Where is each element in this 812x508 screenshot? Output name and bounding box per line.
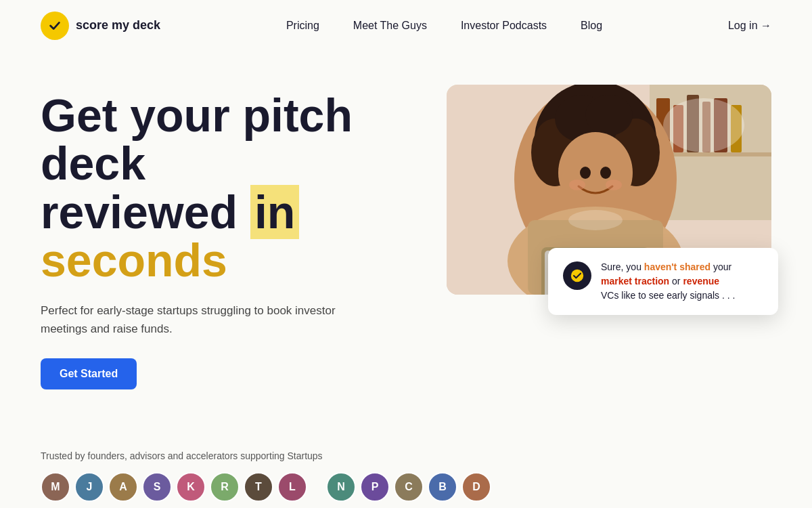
hero-content: Get your pitch deck reviewed in seconds … — [41, 91, 420, 389]
avatar-12: B — [428, 472, 457, 502]
nav-pricing[interactable]: Pricing — [286, 20, 319, 31]
svg-point-16 — [558, 132, 633, 213]
get-started-button[interactable]: Get Started — [41, 358, 137, 389]
svg-point-26 — [571, 270, 583, 282]
avatars-row: M J A S K R T L N P C B D — [41, 472, 771, 502]
highlight-in: in — [250, 185, 299, 239]
svg-point-9 — [663, 98, 744, 152]
avatar-8: L — [277, 472, 307, 502]
avatar-5: K — [176, 472, 206, 502]
avatar-9: N — [326, 472, 356, 502]
hero-title: Get your pitch deck reviewed in seconds — [41, 91, 420, 285]
avatar-10: P — [360, 472, 390, 502]
nav-investor-podcasts[interactable]: Investor Podcasts — [461, 20, 547, 31]
feedback-card: Sure, you haven't shared your market tra… — [548, 248, 778, 315]
hero-subtitle: Perfect for early-stage startups struggl… — [41, 301, 379, 338]
avatar-3: A — [108, 472, 138, 502]
svg-point-25 — [568, 210, 623, 230]
logo-link[interactable]: score my deck — [41, 12, 160, 40]
avatar-4: S — [142, 472, 172, 502]
avatar-7: T — [244, 472, 273, 502]
avatar-13: D — [461, 472, 491, 502]
svg-point-20 — [606, 179, 622, 190]
svg-point-19 — [569, 179, 585, 190]
trusted-text: Trusted by founders, advisors and accele… — [41, 450, 771, 461]
avatar-1: M — [41, 472, 70, 502]
login-link[interactable]: Log in → — [728, 20, 771, 32]
svg-point-17 — [580, 167, 591, 179]
highlight-seconds: seconds — [41, 234, 227, 286]
hero-section: Get your pitch deck reviewed in seconds … — [0, 51, 812, 417]
social-proof-section: Trusted by founders, advisors and accele… — [0, 417, 812, 508]
hero-image-area: Sure, you haven't shared your market tra… — [447, 85, 771, 295]
check-icon — [563, 261, 591, 290]
feedback-text: Sure, you haven't shared your market tra… — [601, 260, 763, 303]
navbar: score my deck Pricing Meet The Guys Inve… — [0, 0, 812, 51]
avatar-2: J — [74, 472, 104, 502]
nav-menu: Pricing Meet The Guys Investor Podcasts … — [286, 20, 602, 32]
avatar-6: R — [210, 472, 240, 502]
svg-point-18 — [600, 167, 611, 179]
avatar-11: C — [394, 472, 424, 502]
nav-blog[interactable]: Blog — [581, 20, 602, 31]
logo-text: score my deck — [76, 18, 160, 33]
svg-point-15 — [585, 95, 633, 135]
logo-icon — [41, 12, 69, 40]
nav-meet-the-guys[interactable]: Meet The Guys — [353, 20, 427, 31]
